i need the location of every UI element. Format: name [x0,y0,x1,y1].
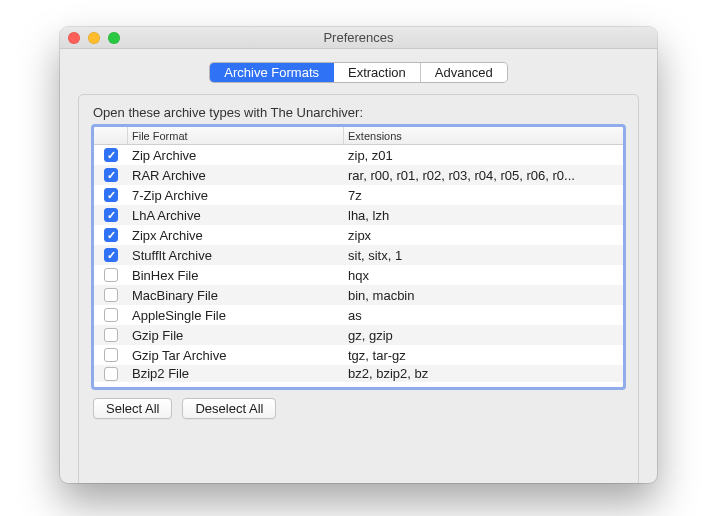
row-checkbox[interactable] [104,328,118,342]
cell-checkbox [94,148,128,162]
table-row[interactable]: BinHex Filehqx [94,265,623,285]
titlebar: Preferences [60,27,657,49]
cell-checkbox [94,168,128,182]
cell-format: LhA Archive [128,208,344,223]
cell-extensions: tgz, tar-gz [344,348,623,363]
cell-extensions: lha, lzh [344,208,623,223]
cell-checkbox [94,248,128,262]
row-checkbox[interactable] [104,248,118,262]
zoom-icon[interactable] [108,32,120,44]
cell-format: Zipx Archive [128,228,344,243]
row-checkbox[interactable] [104,188,118,202]
window-controls [68,32,120,44]
table-row[interactable]: Zipx Archivezipx [94,225,623,245]
deselect-all-button[interactable]: Deselect All [182,398,276,419]
window-title: Preferences [60,30,657,45]
cell-format: AppleSingle File [128,308,344,323]
cell-checkbox [94,308,128,322]
row-checkbox[interactable] [104,208,118,222]
row-checkbox[interactable] [104,228,118,242]
row-checkbox[interactable] [104,148,118,162]
cell-checkbox [94,268,128,282]
row-checkbox[interactable] [104,367,118,381]
table-row[interactable]: StuffIt Archivesit, sitx, 1 [94,245,623,265]
cell-extensions: as [344,308,623,323]
cell-format: RAR Archive [128,168,344,183]
minimize-icon[interactable] [88,32,100,44]
row-checkbox[interactable] [104,348,118,362]
row-checkbox[interactable] [104,288,118,302]
cell-checkbox [94,228,128,242]
tab-extraction[interactable]: Extraction [334,63,421,82]
cell-checkbox [94,288,128,302]
button-row: Select All Deselect All [93,398,624,419]
cell-extensions: zipx [344,228,623,243]
cell-checkbox [94,208,128,222]
table-body: Zip Archivezip, z01RAR Archiverar, r00, … [94,145,623,382]
row-checkbox[interactable] [104,268,118,282]
formats-table[interactable]: File Format Extensions Zip Archivezip, z… [93,126,624,388]
cell-format: StuffIt Archive [128,248,344,263]
cell-checkbox [94,367,128,381]
cell-extensions: gz, gzip [344,328,623,343]
cell-format: Zip Archive [128,148,344,163]
cell-extensions: rar, r00, r01, r02, r03, r04, r05, r06, … [344,168,623,183]
tab-bar: Archive Formats Extraction Advanced [60,63,657,82]
cell-checkbox [94,328,128,342]
table-row[interactable]: AppleSingle Fileas [94,305,623,325]
col-file-format[interactable]: File Format [128,127,344,144]
cell-format: MacBinary File [128,288,344,303]
table-row[interactable]: 7-Zip Archive7z [94,185,623,205]
col-checkbox [94,127,128,144]
table-row[interactable]: LhA Archivelha, lzh [94,205,623,225]
cell-format: Gzip File [128,328,344,343]
tab-advanced[interactable]: Advanced [421,63,507,82]
row-checkbox[interactable] [104,308,118,322]
table-row[interactable]: MacBinary Filebin, macbin [94,285,623,305]
table-row[interactable]: Gzip Filegz, gzip [94,325,623,345]
table-row[interactable]: Gzip Tar Archivetgz, tar-gz [94,345,623,365]
cell-format: Gzip Tar Archive [128,348,344,363]
cell-extensions: zip, z01 [344,148,623,163]
table-row[interactable]: RAR Archiverar, r00, r01, r02, r03, r04,… [94,165,623,185]
row-checkbox[interactable] [104,168,118,182]
cell-format: 7-Zip Archive [128,188,344,203]
table-row[interactable]: Zip Archivezip, z01 [94,145,623,165]
cell-extensions: 7z [344,188,623,203]
cell-extensions: bz2, bzip2, bz [344,366,623,381]
table-header: File Format Extensions [94,127,623,145]
col-extensions[interactable]: Extensions [344,127,623,144]
cell-extensions: sit, sitx, 1 [344,248,623,263]
group-label: Open these archive types with The Unarch… [93,105,624,120]
cell-checkbox [94,188,128,202]
segmented-control: Archive Formats Extraction Advanced [210,63,506,82]
cell-checkbox [94,348,128,362]
formats-group: Open these archive types with The Unarch… [78,94,639,483]
cell-format: Bzip2 File [128,366,344,381]
cell-extensions: hqx [344,268,623,283]
table-row[interactable]: Bzip2 Filebz2, bzip2, bz [94,365,623,382]
preferences-window: Preferences Archive Formats Extraction A… [60,27,657,483]
cell-format: BinHex File [128,268,344,283]
select-all-button[interactable]: Select All [93,398,172,419]
cell-extensions: bin, macbin [344,288,623,303]
close-icon[interactable] [68,32,80,44]
tab-archive-formats[interactable]: Archive Formats [210,63,334,82]
